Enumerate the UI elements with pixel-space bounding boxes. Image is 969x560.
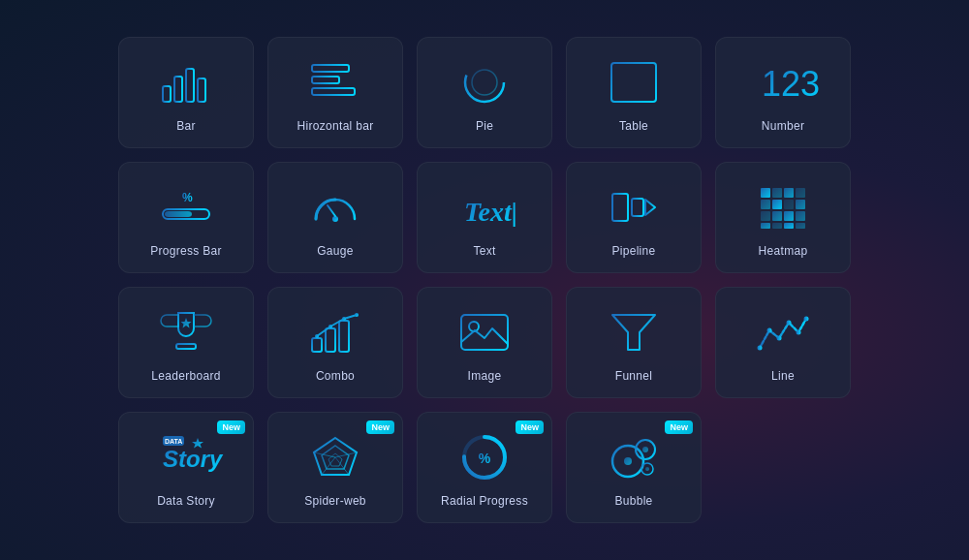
svg-rect-49: [339, 321, 349, 352]
card-image[interactable]: Image: [417, 287, 552, 398]
heatmap-icon: [754, 178, 812, 236]
svg-rect-30: [784, 188, 794, 198]
card-pipeline-label: Pipeline: [611, 244, 655, 258]
card-funnel[interactable]: Funnel: [566, 287, 702, 398]
card-pie[interactable]: Pie: [417, 37, 552, 148]
svg-rect-6: [312, 88, 355, 95]
data-story-icon: DATA Story: [157, 428, 215, 486]
svg-point-57: [758, 345, 763, 350]
svg-rect-41: [772, 223, 782, 229]
card-table[interactable]: Table: [566, 37, 702, 148]
svg-marker-26: [645, 200, 655, 215]
svg-rect-5: [312, 77, 339, 83]
svg-rect-29: [772, 188, 782, 198]
card-table-label: Table: [619, 119, 648, 133]
card-leaderboard-label: Leaderboard: [151, 369, 220, 383]
svg-marker-56: [612, 315, 655, 350]
svg-rect-43: [796, 223, 805, 229]
svg-rect-38: [784, 211, 794, 221]
svg-rect-11: [611, 63, 656, 102]
svg-point-52: [342, 317, 346, 321]
card-funnel-label: Funnel: [615, 369, 653, 383]
funnel-icon: [605, 303, 663, 361]
svg-point-62: [804, 316, 809, 321]
card-progress-bar[interactable]: % Progress Bar: [118, 162, 254, 273]
card-gauge[interactable]: Gauge: [267, 162, 403, 273]
svg-rect-47: [312, 338, 322, 352]
card-combo[interactable]: Combo: [267, 287, 403, 398]
card-horizontal-bar[interactable]: Hirozontal bar: [267, 37, 403, 148]
svg-rect-31: [796, 188, 805, 198]
new-badge-spider-web: New: [366, 420, 394, 434]
svg-text:Story: Story: [163, 446, 224, 472]
card-progress-bar-label: Progress Bar: [150, 244, 222, 258]
bubble-icon: [605, 428, 663, 486]
svg-rect-54: [461, 315, 508, 350]
spider-web-icon: [306, 428, 364, 486]
card-text[interactable]: Text| Text: [417, 162, 552, 273]
svg-rect-2: [186, 69, 194, 102]
new-badge-radial-progress: New: [516, 420, 544, 434]
text-icon: Text|: [455, 178, 514, 236]
svg-rect-3: [198, 78, 205, 102]
card-spider-web-label: Spider-web: [304, 494, 366, 508]
svg-rect-36: [761, 211, 770, 221]
svg-rect-24: [612, 194, 628, 221]
card-spider-web[interactable]: New Spider-web: [267, 412, 403, 523]
svg-rect-4: [312, 65, 349, 72]
new-badge-bubble: New: [665, 420, 693, 434]
card-number-label: Number: [762, 119, 804, 133]
svg-rect-0: [163, 86, 171, 102]
card-bubble[interactable]: New Bubble: [566, 412, 702, 523]
svg-rect-32: [761, 200, 770, 209]
number-icon: 123: [754, 53, 812, 111]
card-gauge-label: Gauge: [317, 244, 354, 258]
pipeline-icon: [605, 178, 663, 236]
card-heatmap[interactable]: Heatmap: [715, 162, 851, 273]
svg-point-61: [797, 329, 801, 334]
leaderboard-icon: [157, 303, 215, 361]
card-bar[interactable]: Bar: [118, 37, 254, 148]
svg-text:%: %: [182, 191, 193, 204]
progress-bar-icon: %: [157, 178, 215, 236]
svg-rect-34: [784, 200, 794, 209]
card-data-story[interactable]: New DATA Story Data Story: [118, 412, 254, 523]
svg-point-82: [642, 447, 648, 452]
card-radial-progress-label: Radial Progress: [441, 494, 528, 508]
card-text-label: Text: [473, 244, 495, 258]
svg-rect-37: [772, 211, 782, 221]
card-combo-label: Combo: [316, 369, 355, 383]
svg-text:%: %: [479, 451, 491, 466]
svg-rect-1: [174, 77, 182, 102]
svg-point-58: [767, 327, 772, 332]
svg-text:Text|: Text|: [464, 197, 517, 227]
svg-text:123: 123: [762, 64, 820, 104]
svg-rect-39: [796, 211, 805, 221]
card-pie-label: Pie: [476, 119, 493, 133]
pie-icon: [455, 53, 514, 111]
horizontal-bar-icon: [306, 53, 364, 111]
card-line[interactable]: Line: [715, 287, 851, 398]
card-radial-progress[interactable]: New % Radial Progress: [417, 412, 552, 523]
card-image-label: Image: [468, 369, 502, 383]
svg-rect-48: [326, 328, 335, 352]
card-data-story-label: Data Story: [157, 494, 215, 508]
svg-point-50: [315, 334, 319, 338]
card-number[interactable]: 123 Number: [715, 37, 851, 148]
gauge-icon: [306, 178, 364, 236]
svg-point-59: [777, 335, 782, 340]
svg-rect-25: [632, 199, 643, 216]
table-icon: [605, 53, 663, 111]
svg-rect-40: [761, 223, 770, 229]
card-horizontal-bar-label: Hirozontal bar: [297, 119, 374, 133]
card-bubble-label: Bubble: [614, 494, 652, 508]
svg-point-51: [328, 325, 332, 328]
card-pipeline[interactable]: Pipeline: [566, 162, 702, 273]
card-heatmap-label: Heatmap: [759, 244, 808, 258]
card-line-label: Line: [771, 369, 795, 383]
svg-marker-46: [181, 318, 192, 328]
svg-rect-45: [176, 344, 196, 349]
line-icon: [754, 303, 812, 361]
svg-point-81: [624, 457, 632, 465]
card-leaderboard[interactable]: Leaderboard: [118, 287, 254, 398]
